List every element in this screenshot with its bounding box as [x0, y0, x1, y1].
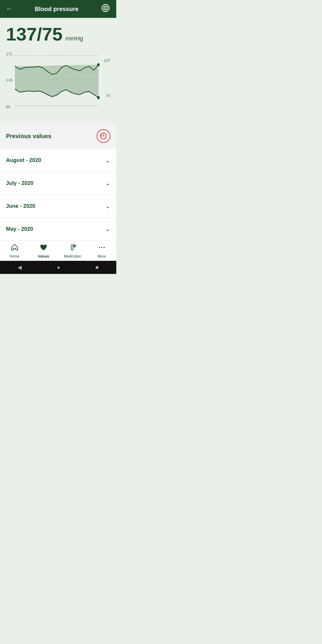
header: ← Blood pressure — [0, 0, 116, 18]
svg-point-18 — [103, 247, 105, 248]
medication-icon — [69, 244, 77, 253]
list-item-august[interactable]: August - 2020 ⌄ — [0, 149, 116, 172]
chart-svg-area — [15, 49, 100, 110]
chevron-down-icon-july: ⌄ — [105, 180, 110, 187]
list-item-june-label: June - 2020 — [6, 203, 35, 209]
nav-item-more[interactable]: More — [91, 244, 112, 258]
svg-point-2 — [105, 7, 106, 9]
main-content: 137/75 mmHg 171 116 60 137 75 — [0, 18, 116, 121]
android-home-button[interactable]: ● — [57, 264, 60, 271]
chevron-down-icon-may: ⌄ — [105, 225, 110, 233]
months-list: August - 2020 ⌄ July - 2020 ⌄ June - 202… — [0, 149, 116, 240]
list-item-may[interactable]: May - 2020 ⌄ — [0, 218, 116, 240]
nav-label-home: Home — [10, 254, 19, 258]
nav-label-medication: Medication — [64, 254, 81, 258]
blood-pressure-chart: 171 116 60 137 75 — [6, 49, 110, 115]
chevron-down-icon-june: ⌄ — [105, 202, 110, 210]
nav-item-values[interactable]: Values — [33, 244, 54, 258]
list-item-july-label: July - 2020 — [6, 180, 33, 186]
history-icon[interactable] — [97, 129, 110, 143]
bottom-nav: Home Values Medication — [0, 240, 116, 261]
list-item-june[interactable]: June - 2020 ⌄ — [0, 195, 116, 218]
chart-y-label-171: 171 — [6, 52, 13, 56]
svg-point-16 — [99, 247, 100, 248]
list-item-august-label: August - 2020 — [6, 157, 41, 163]
svg-rect-12 — [71, 245, 73, 250]
back-button[interactable]: ← — [6, 5, 13, 13]
nav-item-medication[interactable]: Medication — [62, 244, 83, 258]
nav-item-home[interactable]: Home — [4, 244, 25, 258]
chart-y-label-116: 116 — [6, 78, 13, 82]
heart-icon — [40, 244, 47, 253]
reading-unit: mmHg — [66, 35, 83, 42]
android-nav-bar: ◀ ● ■ — [0, 261, 116, 274]
chevron-down-icon-august: ⌄ — [105, 157, 110, 164]
settings-icon[interactable] — [101, 3, 110, 15]
chart-value-75: 75 — [106, 93, 110, 98]
home-icon — [11, 244, 18, 253]
nav-label-more: More — [98, 254, 106, 258]
previous-values-title: Previous values — [6, 133, 51, 140]
nav-label-values: Values — [38, 254, 49, 258]
android-recent-button[interactable]: ■ — [95, 264, 99, 271]
chart-value-137: 137 — [104, 58, 110, 63]
reading-section: 137/75 mmHg — [6, 25, 110, 43]
svg-point-17 — [101, 247, 102, 248]
page-title: Blood pressure — [35, 6, 79, 13]
previous-values-header: Previous values — [0, 123, 116, 149]
android-back-button[interactable]: ◀ — [18, 264, 22, 271]
chart-y-label-60: 60 — [6, 105, 10, 109]
list-item-may-label: May - 2020 — [6, 226, 33, 232]
blood-pressure-value: 137/75 — [6, 25, 63, 43]
more-icon — [98, 244, 106, 253]
list-item-july[interactable]: July - 2020 ⌄ — [0, 172, 116, 195]
